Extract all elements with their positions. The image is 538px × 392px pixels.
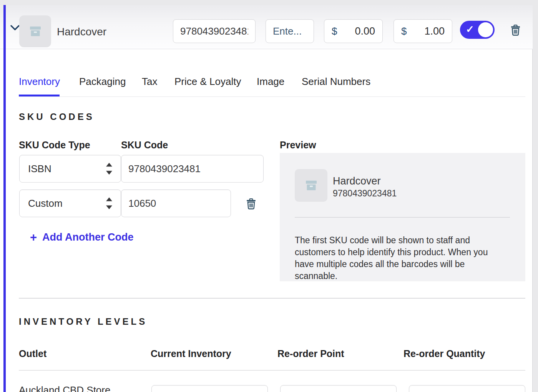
preview-product-name: Hardcover	[333, 175, 381, 187]
page: Hardcover $ $ ✓ Inventory	[0, 0, 538, 392]
supply-price-input[interactable]	[337, 25, 382, 37]
sku-code-type-label: SKU Code Type	[19, 140, 90, 151]
preview-product-code: 9780439023481	[333, 188, 397, 199]
variant-header-row: Hardcover $ $ ✓	[0, 5, 533, 49]
archive-box-icon	[305, 180, 317, 191]
sku-code-input[interactable]	[121, 155, 264, 183]
toggle-knob	[478, 22, 493, 37]
retail-price-input[interactable]	[407, 25, 452, 37]
sku-type-value: Custom	[20, 198, 63, 209]
preview-note: The first SKU code will be shown to staf…	[295, 234, 508, 282]
tab-tax[interactable]: Tax	[142, 76, 157, 88]
variant-image-placeholder[interactable]	[19, 15, 51, 47]
current-inventory-input[interactable]	[151, 385, 268, 392]
sku-code-input[interactable]	[121, 189, 231, 217]
tab-packaging[interactable]: Packaging	[79, 76, 126, 88]
column-header-reorder-point: Re-order Point	[277, 348, 344, 359]
currency-symbol: $	[324, 25, 337, 37]
trash-icon	[246, 198, 256, 209]
supplier-code-input[interactable]	[266, 19, 314, 43]
chevron-down-icon[interactable]	[10, 25, 20, 31]
variant-enabled-toggle[interactable]: ✓	[460, 21, 495, 39]
delete-sku-code-button[interactable]	[246, 198, 256, 209]
tab-price-loyalty[interactable]: Price & Loyalty	[174, 76, 241, 88]
retail-price-field: $	[394, 19, 452, 43]
variant-sku-input[interactable]	[173, 19, 256, 43]
select-spinner-icon	[106, 198, 112, 209]
archive-box-icon	[29, 26, 42, 37]
check-icon: ✓	[466, 23, 474, 35]
tabs-divider	[19, 96, 525, 97]
select-spinner-icon	[106, 163, 112, 175]
sku-code-label: SKU Code	[121, 140, 168, 151]
reorder-point-input[interactable]	[280, 385, 397, 392]
column-header-reorder-quantity: Re-order Quantity	[404, 348, 485, 359]
variant-name: Hardcover	[57, 26, 106, 38]
table-header-divider	[19, 370, 525, 370]
currency-symbol: $	[394, 25, 407, 37]
preview-heading: Preview	[280, 140, 316, 151]
sku-type-select[interactable]: Custom	[19, 189, 121, 217]
accent-bar	[3, 5, 6, 392]
sku-type-select[interactable]: ISBN	[19, 155, 121, 183]
add-another-code-link[interactable]: + Add Another Code	[30, 231, 134, 243]
delete-variant-button[interactable]	[511, 25, 520, 36]
tab-inventory[interactable]: Inventory	[19, 76, 60, 88]
sku-codes-heading: SKU CODES	[19, 111, 95, 122]
sku-type-value: ISBN	[20, 163, 51, 175]
supply-price-field: $	[324, 19, 383, 43]
preview-panel: Hardcover 9780439023481 The first SKU co…	[280, 153, 525, 281]
plus-icon: +	[30, 231, 37, 243]
section-divider	[19, 298, 525, 299]
trash-icon	[511, 25, 520, 36]
add-another-code-label: Add Another Code	[42, 231, 133, 243]
column-header-outlet: Outlet	[19, 348, 46, 359]
tab-image[interactable]: Image	[257, 76, 284, 88]
preview-divider	[295, 217, 510, 218]
inventory-levels-heading: INVENTORY LEVELS	[19, 316, 147, 327]
tab-serial-numbers[interactable]: Serial Numbers	[302, 76, 370, 88]
outlet-name: Auckland CBD Store	[19, 384, 110, 392]
preview-image-placeholder	[295, 169, 327, 202]
column-header-current-inventory: Current Inventory	[151, 348, 231, 359]
reorder-quantity-input[interactable]	[409, 385, 525, 392]
